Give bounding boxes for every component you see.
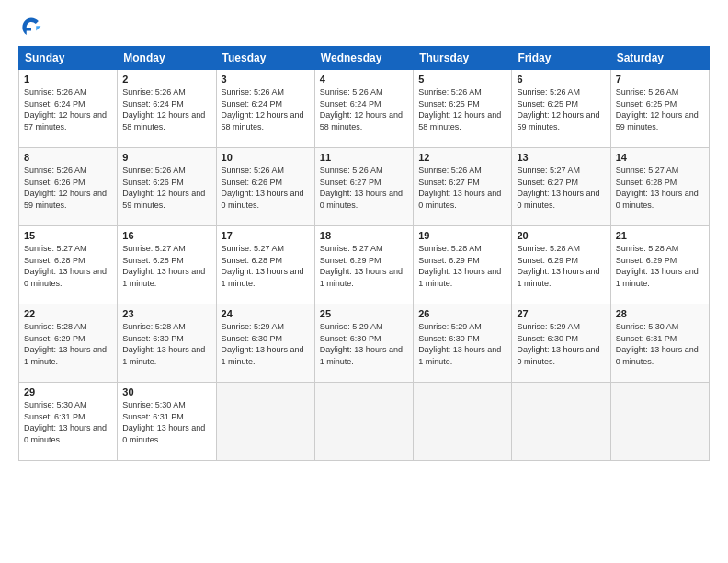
day-detail: Sunrise: 5:27 AMSunset: 6:28 PMDaylight:… [222,243,310,289]
calendar-week-row: 29Sunrise: 5:30 AMSunset: 6:31 PMDayligh… [19,383,710,461]
day-detail: Sunrise: 5:26 AMSunset: 6:26 PMDaylight:… [24,165,112,211]
calendar-cell: 6Sunrise: 5:26 AMSunset: 6:25 PMDaylight… [512,70,610,148]
day-number: 24 [222,308,310,319]
day-number: 19 [418,230,506,241]
calendar-cell: 18Sunrise: 5:27 AMSunset: 6:29 PMDayligh… [314,226,413,304]
day-detail: Sunrise: 5:30 AMSunset: 6:31 PMDaylight:… [24,399,112,445]
day-number: 23 [122,308,210,319]
col-header-monday: Monday [118,47,216,70]
day-detail: Sunrise: 5:26 AMSunset: 6:27 PMDaylight:… [320,165,408,211]
calendar-cell: 21Sunrise: 5:28 AMSunset: 6:29 PMDayligh… [610,226,709,304]
logo-icon [18,15,44,40]
day-detail: Sunrise: 5:26 AMSunset: 6:27 PMDaylight:… [418,165,506,211]
calendar-cell [216,383,314,461]
calendar-cell: 24Sunrise: 5:29 AMSunset: 6:30 PMDayligh… [216,304,314,383]
calendar-cell [314,383,413,461]
calendar-week-row: 22Sunrise: 5:28 AMSunset: 6:29 PMDayligh… [19,304,710,383]
day-number: 5 [418,74,506,85]
day-number: 17 [222,230,310,241]
day-number: 6 [517,74,605,85]
day-number: 30 [122,386,210,397]
day-detail: Sunrise: 5:27 AMSunset: 6:28 PMDaylight:… [122,243,210,289]
day-detail: Sunrise: 5:28 AMSunset: 6:29 PMDaylight:… [616,243,704,289]
col-header-saturday: Saturday [610,47,709,70]
calendar-cell: 22Sunrise: 5:28 AMSunset: 6:29 PMDayligh… [19,304,118,383]
calendar-cell: 9Sunrise: 5:26 AMSunset: 6:26 PMDaylight… [118,148,216,226]
day-detail: Sunrise: 5:28 AMSunset: 6:29 PMDaylight:… [24,321,112,367]
header [18,15,710,40]
day-detail: Sunrise: 5:29 AMSunset: 6:30 PMDaylight:… [222,321,310,367]
day-number: 25 [320,308,408,319]
day-number: 7 [616,74,704,85]
calendar-week-row: 8Sunrise: 5:26 AMSunset: 6:26 PMDaylight… [19,148,710,226]
calendar-cell: 7Sunrise: 5:26 AMSunset: 6:25 PMDaylight… [610,70,709,148]
day-number: 13 [517,152,605,163]
calendar-week-row: 1Sunrise: 5:26 AMSunset: 6:24 PMDaylight… [19,70,710,148]
day-number: 2 [122,74,210,85]
day-detail: Sunrise: 5:26 AMSunset: 6:25 PMDaylight:… [418,86,506,132]
calendar-cell: 26Sunrise: 5:29 AMSunset: 6:30 PMDayligh… [414,304,512,383]
day-number: 27 [517,308,605,319]
calendar-cell: 13Sunrise: 5:27 AMSunset: 6:27 PMDayligh… [512,148,610,226]
calendar-cell: 25Sunrise: 5:29 AMSunset: 6:30 PMDayligh… [314,304,413,383]
day-detail: Sunrise: 5:26 AMSunset: 6:24 PMDaylight:… [320,86,408,132]
calendar-cell [512,383,610,461]
day-number: 26 [418,308,506,319]
day-detail: Sunrise: 5:26 AMSunset: 6:24 PMDaylight:… [122,86,210,132]
col-header-sunday: Sunday [19,47,118,70]
day-number: 12 [418,152,506,163]
day-number: 21 [616,230,704,241]
day-number: 20 [517,230,605,241]
calendar-cell: 14Sunrise: 5:27 AMSunset: 6:28 PMDayligh… [610,148,709,226]
day-number: 3 [222,74,310,85]
day-detail: Sunrise: 5:26 AMSunset: 6:26 PMDaylight:… [122,165,210,211]
day-detail: Sunrise: 5:27 AMSunset: 6:27 PMDaylight:… [517,165,605,211]
day-detail: Sunrise: 5:26 AMSunset: 6:24 PMDaylight:… [24,86,112,132]
day-detail: Sunrise: 5:28 AMSunset: 6:29 PMDaylight:… [517,243,605,289]
calendar-cell: 11Sunrise: 5:26 AMSunset: 6:27 PMDayligh… [314,148,413,226]
day-detail: Sunrise: 5:28 AMSunset: 6:29 PMDaylight:… [418,243,506,289]
day-number: 14 [616,152,704,163]
calendar-cell [610,383,709,461]
calendar-cell: 8Sunrise: 5:26 AMSunset: 6:26 PMDaylight… [19,148,118,226]
calendar-cell: 12Sunrise: 5:26 AMSunset: 6:27 PMDayligh… [414,148,512,226]
day-detail: Sunrise: 5:27 AMSunset: 6:28 PMDaylight:… [24,243,112,289]
page: SundayMondayTuesdayWednesdayThursdayFrid… [0,0,728,563]
calendar-cell: 19Sunrise: 5:28 AMSunset: 6:29 PMDayligh… [414,226,512,304]
calendar-cell: 5Sunrise: 5:26 AMSunset: 6:25 PMDaylight… [414,70,512,148]
calendar-cell: 15Sunrise: 5:27 AMSunset: 6:28 PMDayligh… [19,226,118,304]
calendar-cell: 28Sunrise: 5:30 AMSunset: 6:31 PMDayligh… [610,304,709,383]
day-number: 15 [24,230,112,241]
calendar-cell: 23Sunrise: 5:28 AMSunset: 6:30 PMDayligh… [118,304,216,383]
col-header-tuesday: Tuesday [216,47,314,70]
day-number: 8 [24,152,112,163]
day-detail: Sunrise: 5:29 AMSunset: 6:30 PMDaylight:… [418,321,506,367]
day-number: 10 [222,152,310,163]
calendar-header-row: SundayMondayTuesdayWednesdayThursdayFrid… [19,47,710,70]
day-number: 18 [320,230,408,241]
calendar-cell: 3Sunrise: 5:26 AMSunset: 6:24 PMDaylight… [216,70,314,148]
day-number: 4 [320,74,408,85]
calendar-table: SundayMondayTuesdayWednesdayThursdayFrid… [18,46,710,461]
calendar-cell: 20Sunrise: 5:28 AMSunset: 6:29 PMDayligh… [512,226,610,304]
calendar-cell [414,383,512,461]
day-number: 28 [616,308,704,319]
logo [18,15,48,40]
col-header-friday: Friday [512,47,610,70]
calendar-cell: 27Sunrise: 5:29 AMSunset: 6:30 PMDayligh… [512,304,610,383]
day-number: 16 [122,230,210,241]
day-detail: Sunrise: 5:26 AMSunset: 6:25 PMDaylight:… [517,86,605,132]
calendar-cell: 17Sunrise: 5:27 AMSunset: 6:28 PMDayligh… [216,226,314,304]
col-header-wednesday: Wednesday [314,47,413,70]
day-detail: Sunrise: 5:30 AMSunset: 6:31 PMDaylight:… [616,321,704,367]
day-detail: Sunrise: 5:30 AMSunset: 6:31 PMDaylight:… [122,399,210,445]
calendar-cell: 4Sunrise: 5:26 AMSunset: 6:24 PMDaylight… [314,70,413,148]
day-detail: Sunrise: 5:26 AMSunset: 6:25 PMDaylight:… [616,86,704,132]
col-header-thursday: Thursday [414,47,512,70]
calendar-cell: 2Sunrise: 5:26 AMSunset: 6:24 PMDaylight… [118,70,216,148]
day-detail: Sunrise: 5:26 AMSunset: 6:24 PMDaylight:… [222,86,310,132]
day-number: 22 [24,308,112,319]
day-detail: Sunrise: 5:29 AMSunset: 6:30 PMDaylight:… [320,321,408,367]
day-number: 9 [122,152,210,163]
day-number: 29 [24,386,112,397]
